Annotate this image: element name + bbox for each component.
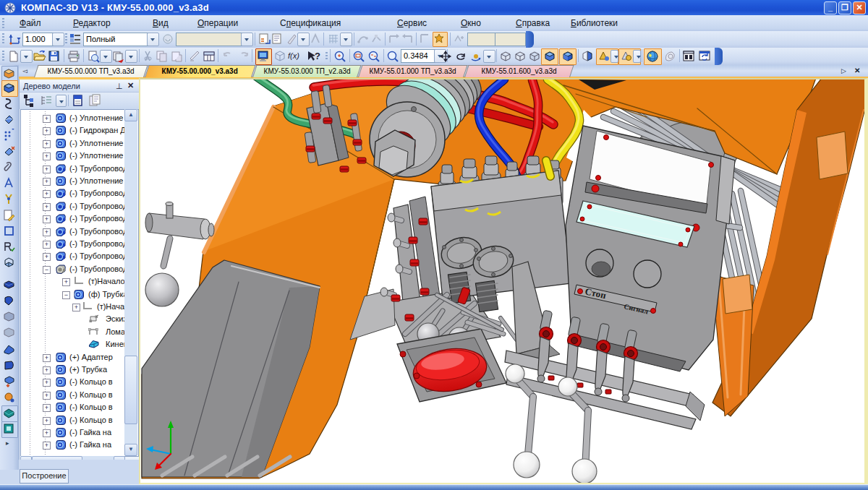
svg-text:?: ? bbox=[315, 51, 320, 61]
